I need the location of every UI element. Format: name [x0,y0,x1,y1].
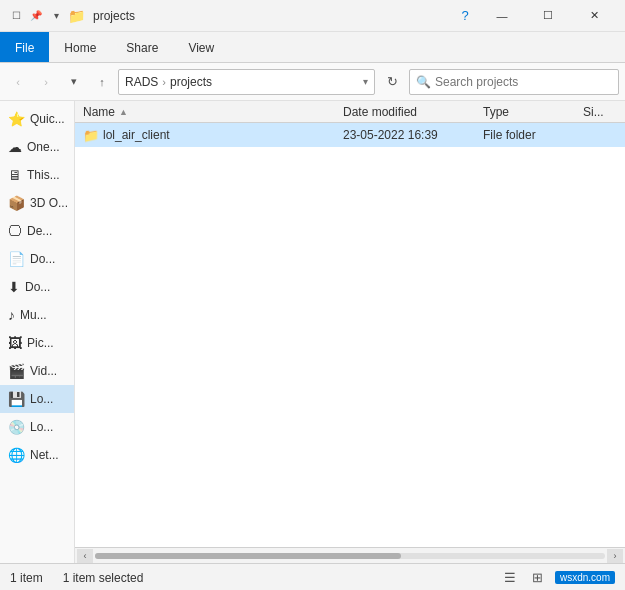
sidebar-item-label: Quic... [30,112,65,126]
local-disk2-icon: 💿 [8,419,25,435]
column-size[interactable]: Si... [575,105,625,119]
sidebar-item-label: 3D O... [30,196,68,210]
address-bar[interactable]: RADS › projects ▾ [118,69,375,95]
search-icon: 🔍 [416,75,431,89]
local-disk-icon: 💾 [8,391,25,407]
breadcrumb-separator: › [162,76,166,88]
tab-view[interactable]: View [173,32,229,62]
sidebar-item-3dobjects[interactable]: 📦 3D O... [0,189,74,217]
sidebar-item-label: Do... [30,252,55,266]
3dobjects-icon: 📦 [8,195,25,211]
sidebar-item-local[interactable]: 💾 Lo... [0,385,74,413]
breadcrumb-rads: RADS [125,75,158,89]
column-name[interactable]: Name ▲ [75,105,335,119]
item-count: 1 item [10,571,43,585]
forward-button[interactable]: › [34,70,58,94]
sidebar-item-label: This... [27,168,60,182]
scroll-left-button[interactable]: ‹ [77,549,93,563]
selected-count: 1 item selected [63,571,144,585]
sidebar-item-downloads[interactable]: ⬇ Do... [0,273,74,301]
sidebar-item-network[interactable]: 🌐 Net... [0,441,74,469]
column-type[interactable]: Type [475,105,575,119]
sidebar-item-label: Mu... [20,308,47,322]
dropdown-button[interactable]: ▾ [62,70,86,94]
wsxdn-badge: wsxdn.com [555,571,615,584]
scroll-right-button[interactable]: › [607,549,623,563]
folder-icon: 📁 [83,128,99,143]
title-bar-icons: ☐ 📌 ▾ [8,8,64,24]
up-button[interactable]: ↑ [90,70,114,94]
documents-icon: 📄 [8,251,25,267]
sidebar-item-desktop[interactable]: 🖵 De... [0,217,74,245]
tab-home[interactable]: Home [49,32,111,62]
sidebar-item-label: One... [27,140,60,154]
details-view-button[interactable]: ⊞ [527,567,549,589]
title-controls: ? — ☐ ✕ [451,0,617,32]
close-button[interactable]: ✕ [571,0,617,32]
sidebar: ⭐ Quic... ☁ One... 🖥 This... 📦 3D O... 🖵… [0,101,75,563]
sidebar-item-pictures[interactable]: 🖼 Pic... [0,329,74,357]
maximize-button[interactable]: ☐ [525,0,571,32]
status-right: ☰ ⊞ wsxdn.com [499,567,615,589]
table-row[interactable]: 📁 lol_air_client 23-05-2022 16:39 File f… [75,123,625,147]
file-header: Name ▲ Date modified Type Si... [75,101,625,123]
scroll-track[interactable] [95,553,605,559]
title-bar: ☐ 📌 ▾ 📁 projects ? — ☐ ✕ [0,0,625,32]
sidebar-item-videos[interactable]: 🎬 Vid... [0,357,74,385]
folder-icon: 📁 [68,8,85,24]
search-input[interactable] [435,75,612,89]
back-button[interactable]: ‹ [6,70,30,94]
desktop-icon: 🖵 [8,223,22,239]
file-date-cell: 23-05-2022 16:39 [335,128,475,142]
sidebar-item-documents[interactable]: 📄 Do... [0,245,74,273]
downloads-icon: ⬇ [8,279,20,295]
window-icon: ☐ [8,8,24,24]
sidebar-item-thispc[interactable]: 🖥 This... [0,161,74,189]
sidebar-item-onedrive[interactable]: ☁ One... [0,133,74,161]
sort-arrow: ▲ [119,107,128,117]
arrow-icon: ▾ [48,8,64,24]
address-chevron: ▾ [363,76,368,87]
horizontal-scrollbar[interactable]: ‹ › [75,547,625,563]
music-icon: ♪ [8,307,15,323]
list-view-button[interactable]: ☰ [499,567,521,589]
network-icon: 🌐 [8,447,25,463]
sidebar-item-label: Vid... [30,364,57,378]
window-title: projects [93,9,451,23]
column-date[interactable]: Date modified [335,105,475,119]
minimize-button[interactable]: — [479,0,525,32]
sidebar-item-quick[interactable]: ⭐ Quic... [0,105,74,133]
file-list: 📁 lol_air_client 23-05-2022 16:39 File f… [75,123,625,547]
sidebar-item-local2[interactable]: 💿 Lo... [0,413,74,441]
sidebar-item-label: Pic... [27,336,54,350]
ribbon-tabs: File Home Share View [0,32,625,62]
help-button[interactable]: ? [451,0,479,32]
file-type-cell: File folder [475,128,575,142]
sidebar-item-label: Do... [25,280,50,294]
pictures-icon: 🖼 [8,335,22,351]
videos-icon: 🎬 [8,363,25,379]
status-bar: 1 item 1 item selected ☰ ⊞ wsxdn.com [0,563,625,590]
sidebar-item-label: Lo... [30,392,53,406]
ribbon: File Home Share View [0,32,625,63]
quick-access-icon: ⭐ [8,111,25,127]
sidebar-item-label: Net... [30,448,59,462]
scroll-thumb[interactable] [95,553,401,559]
file-area: Name ▲ Date modified Type Si... 📁 lol_ai… [75,101,625,563]
tab-file[interactable]: File [0,32,49,62]
refresh-button[interactable]: ↻ [379,69,405,95]
sidebar-item-label: De... [27,224,52,238]
main-area: ⭐ Quic... ☁ One... 🖥 This... 📦 3D O... 🖵… [0,101,625,563]
sidebar-item-music[interactable]: ♪ Mu... [0,301,74,329]
breadcrumb-projects: projects [170,75,212,89]
thispc-icon: 🖥 [8,167,22,183]
sidebar-item-label: Lo... [30,420,53,434]
addressbar-row: ‹ › ▾ ↑ RADS › projects ▾ ↻ 🔍 [0,63,625,101]
tab-share[interactable]: Share [111,32,173,62]
file-name-cell: 📁 lol_air_client [75,128,335,143]
quick-access-icon: 📌 [28,8,44,24]
onedrive-icon: ☁ [8,139,22,155]
search-box[interactable]: 🔍 [409,69,619,95]
